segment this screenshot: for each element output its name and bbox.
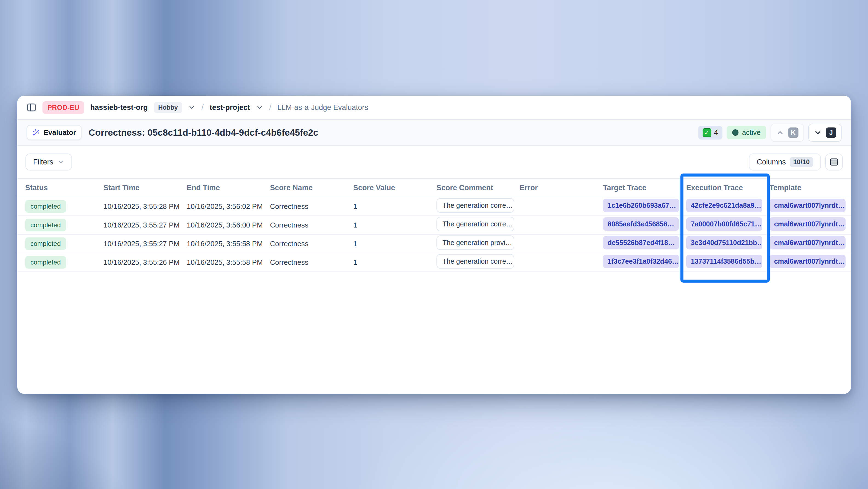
previous-record-button[interactable]: K bbox=[771, 124, 804, 142]
evaluator-type-badge: Evaluator bbox=[27, 125, 82, 140]
status-dot-icon bbox=[732, 130, 739, 136]
column-header-status[interactable]: Status bbox=[25, 184, 103, 192]
score-comment-pill[interactable]: The generation corre… bbox=[436, 254, 514, 269]
column-header-score-comment[interactable]: Score Comment bbox=[436, 184, 520, 192]
template-link[interactable]: cmal6wart007lynrdt… bbox=[769, 255, 845, 268]
table-row[interactable]: completed10/16/2025, 3:55:27 PM10/16/202… bbox=[17, 235, 851, 253]
evaluator-runs-table: StatusStart TimeEnd TimeScore NameScore … bbox=[17, 178, 851, 272]
result-count: 4 bbox=[714, 128, 718, 137]
cell-score-comment: The generation corre… bbox=[436, 254, 520, 270]
cell-template: cmal6wart007lynrdt… bbox=[769, 199, 851, 214]
cell-end-time: 10/16/2025, 3:55:58 PM bbox=[187, 239, 270, 248]
cell-score-name: Correctness bbox=[270, 221, 353, 229]
columns-label: Columns bbox=[756, 158, 786, 166]
table-header-row: StatusStart TimeEnd TimeScore NameScore … bbox=[17, 179, 851, 197]
execution-trace-link[interactable]: 13737114f3586d55b… bbox=[686, 255, 762, 268]
cell-target-trace: 8085aefd3e456858… bbox=[603, 218, 686, 233]
breadcrumb-page: LLM-as-a-Judge Evaluators bbox=[277, 103, 368, 112]
cell-status: completed bbox=[25, 237, 103, 250]
wand-sparkles-icon bbox=[32, 128, 40, 137]
environment-badge: PROD-EU bbox=[42, 101, 84, 114]
score-comment-pill[interactable]: The generation provi… bbox=[436, 235, 514, 250]
filters-button[interactable]: Filters bbox=[26, 153, 72, 171]
plan-badge: Hobby bbox=[154, 102, 182, 113]
cell-template: cmal6wart007lynrdt… bbox=[769, 218, 851, 233]
template-link[interactable]: cmal6wart007lynrdt… bbox=[769, 236, 845, 250]
sidebar-toggle-button[interactable] bbox=[27, 103, 36, 112]
target-trace-link[interactable]: 1c1e6b260b693a67… bbox=[603, 199, 679, 212]
cell-score-comment: The generation corre… bbox=[436, 198, 520, 214]
target-trace-link[interactable]: 1f3c7ee3f1a0f32d46… bbox=[603, 255, 679, 268]
table-body: completed10/16/2025, 3:55:28 PM10/16/202… bbox=[17, 197, 851, 272]
column-header-target-trace[interactable]: Target Trace bbox=[603, 184, 686, 192]
column-header-start-time[interactable]: Start Time bbox=[103, 184, 187, 192]
cell-target-trace: 1c1e6b260b693a67… bbox=[603, 199, 686, 214]
cell-target-trace: de55526b87ed4f18… bbox=[603, 236, 686, 251]
project-chevron-down-icon[interactable] bbox=[256, 104, 263, 111]
column-header-error[interactable]: Error bbox=[520, 184, 603, 192]
cell-execution-trace: 3e3d40d75110d21bb… bbox=[686, 236, 769, 251]
status-completed-badge: completed bbox=[25, 256, 66, 269]
column-header-execution-trace[interactable]: Execution Trace bbox=[686, 184, 769, 192]
columns-button[interactable]: Columns 10/10 bbox=[749, 153, 821, 171]
check-icon: ✓ bbox=[703, 128, 711, 137]
cell-template: cmal6wart007lynrdt… bbox=[769, 236, 851, 251]
execution-trace-link[interactable]: 7a00007b00fd65c71… bbox=[686, 218, 762, 231]
evaluator-header: Evaluator Correctness: 05c8c11d-b110-4db… bbox=[17, 120, 851, 146]
table-row[interactable]: completed10/16/2025, 3:55:26 PM10/16/202… bbox=[17, 253, 851, 272]
row-height-button[interactable] bbox=[825, 153, 843, 171]
column-header-score-name[interactable]: Score Name bbox=[270, 184, 353, 192]
keyboard-shortcut-k: K bbox=[788, 127, 799, 138]
breadcrumb-org[interactable]: hassieb-test-org bbox=[90, 103, 148, 112]
cell-end-time: 10/16/2025, 3:56:02 PM bbox=[187, 202, 270, 211]
cell-end-time: 10/16/2025, 3:55:58 PM bbox=[187, 258, 270, 267]
template-link[interactable]: cmal6wart007lynrdt… bbox=[769, 199, 845, 212]
org-chevron-down-icon[interactable] bbox=[188, 104, 195, 111]
table-toolbar: Filters Columns 10/10 bbox=[17, 146, 851, 178]
next-record-button[interactable]: J bbox=[808, 124, 842, 142]
columns-count-badge: 10/10 bbox=[790, 157, 813, 167]
cell-score-name: Correctness bbox=[270, 239, 353, 248]
cell-execution-trace: 42cfe2e9c621da8a9… bbox=[686, 199, 769, 214]
chevron-up-icon bbox=[776, 128, 784, 137]
table-row[interactable]: completed10/16/2025, 3:55:27 PM10/16/202… bbox=[17, 216, 851, 235]
breadcrumb-project[interactable]: test-project bbox=[210, 103, 250, 112]
cell-status: completed bbox=[25, 256, 103, 269]
cell-status: completed bbox=[25, 219, 103, 231]
score-comment-pill[interactable]: The generation corre… bbox=[436, 198, 514, 213]
score-comment-pill[interactable]: The generation corre… bbox=[436, 217, 514, 231]
cell-score-value: 1 bbox=[353, 258, 436, 267]
target-trace-link[interactable]: 8085aefd3e456858… bbox=[603, 218, 679, 231]
cell-status: completed bbox=[25, 200, 103, 213]
cell-start-time: 10/16/2025, 3:55:28 PM bbox=[103, 202, 187, 211]
breadcrumb-separator: / bbox=[201, 103, 204, 112]
status-badge: active bbox=[727, 126, 766, 139]
chevron-down-icon bbox=[814, 128, 822, 137]
cell-score-comment: The generation corre… bbox=[436, 217, 520, 233]
breadcrumb: PROD-EU hassieb-test-org Hobby / test-pr… bbox=[17, 96, 851, 120]
keyboard-shortcut-j: J bbox=[826, 127, 836, 138]
column-header-template[interactable]: Template bbox=[769, 184, 851, 192]
cell-execution-trace: 13737114f3586d55b… bbox=[686, 255, 769, 270]
evaluator-type-label: Evaluator bbox=[43, 128, 76, 137]
template-link[interactable]: cmal6wart007lynrdt… bbox=[769, 218, 845, 231]
cell-execution-trace: 7a00007b00fd65c71… bbox=[686, 218, 769, 233]
cell-start-time: 10/16/2025, 3:55:26 PM bbox=[103, 258, 187, 267]
cell-start-time: 10/16/2025, 3:55:27 PM bbox=[103, 239, 187, 248]
filters-label: Filters bbox=[33, 158, 53, 166]
table-rows-icon bbox=[829, 157, 839, 167]
table-row[interactable]: completed10/16/2025, 3:55:28 PM10/16/202… bbox=[17, 197, 851, 216]
column-header-score-value[interactable]: Score Value bbox=[353, 184, 436, 192]
column-header-end-time[interactable]: End Time bbox=[187, 184, 270, 192]
cell-score-value: 1 bbox=[353, 221, 436, 229]
cell-score-name: Correctness bbox=[270, 202, 353, 211]
cell-score-value: 1 bbox=[353, 202, 436, 211]
execution-trace-link[interactable]: 3e3d40d75110d21bb… bbox=[686, 236, 762, 250]
execution-trace-link[interactable]: 42cfe2e9c621da8a9… bbox=[686, 199, 762, 212]
cell-end-time: 10/16/2025, 3:56:00 PM bbox=[187, 221, 270, 229]
result-count-badge: ✓ 4 bbox=[698, 126, 722, 140]
breadcrumb-separator: / bbox=[269, 103, 271, 112]
status-label: active bbox=[742, 128, 761, 137]
cell-start-time: 10/16/2025, 3:55:27 PM bbox=[103, 221, 187, 229]
target-trace-link[interactable]: de55526b87ed4f18… bbox=[603, 236, 679, 250]
